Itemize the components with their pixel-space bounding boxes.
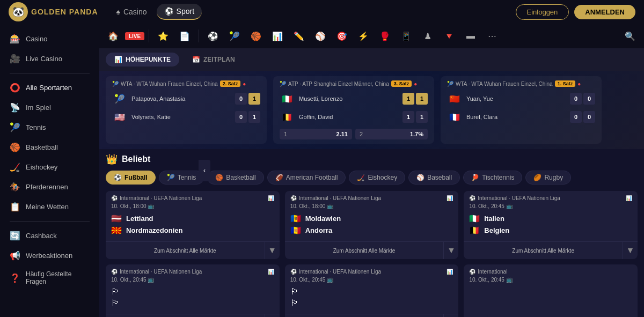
sport-nav-search[interactable]: 🔍 (620, 29, 640, 43)
filter-tischtennis[interactable]: 🏓 Tischtennis (463, 171, 522, 185)
sidebar-item-alle-sportarten[interactable]: ⭕ Alle Sportarten (0, 78, 99, 98)
tile-1-dropdown[interactable]: ▼ (265, 242, 280, 259)
sport-nav-chess[interactable]: ♟ (418, 29, 437, 43)
filter-rugby[interactable]: 🏉 Rugby (525, 171, 571, 185)
burel-scores: 0 0 (570, 111, 595, 123)
sidebar-item-live-casino[interactable]: 🎥 Live Casino (0, 49, 99, 69)
sidebar-item-basketball[interactable]: 🏀 Basketball (0, 137, 99, 157)
sport-nav-mobile[interactable]: 📱 (397, 29, 416, 43)
odds-btn-1[interactable]: 1 2.11 (280, 129, 352, 139)
popular-title-text: Beliebt (122, 154, 150, 164)
sidebar-collapse-button[interactable]: ‹ (199, 160, 210, 181)
tile-1-market-button[interactable]: Zum Abschnitt Alle Märkte (106, 244, 265, 257)
filter-tennis[interactable]: 🎾 Tennis (159, 171, 204, 185)
tile-1-time-text: 10. Okt., 18:00 (111, 203, 147, 209)
highlight-3-league: WTA · WTA Wuhan Frauen Einzel, China (456, 81, 553, 87)
sidebar-item-pferderennen[interactable]: 🏇 Pferderennen (0, 177, 99, 197)
sport-nav-soccer[interactable]: ⚽ (203, 29, 223, 43)
tile-6-time-text: 10. Okt., 20:45 (469, 277, 504, 283)
sport-nav-stats[interactable]: 📊 (268, 29, 287, 43)
wettschein-overlay: ☰ Wettschein ▲ SCHNELLWETTE (487, 314, 638, 317)
sidebar-alle-sportarten-label: Alle Sportarten (26, 84, 72, 92)
tile-5-team2: 🏳 (290, 298, 453, 308)
tile-4-league-text: International · UEFA Nationen Liga (120, 269, 202, 275)
sidebar-item-casino[interactable]: 🎰 Casino (0, 29, 99, 49)
tile-3-market-button[interactable]: Zum Abschnitt Alle Märkte (464, 244, 623, 257)
sport-nav-triangle[interactable]: 🔻 (440, 29, 459, 43)
sport-nav-boxing[interactable]: 🥊 (375, 29, 394, 43)
basketball-filter-icon: 🏀 (215, 174, 223, 181)
sidebar-item-faq[interactable]: ❓ Häufig Gestellte Fragen (0, 266, 99, 290)
player2-scores: 0 1 (235, 111, 260, 123)
highlight-match-3: 🎾 WTA · WTA Wuhan Frauen Einzel, China 1… (441, 76, 602, 144)
yuan-flag: 🇨🇳 (447, 91, 462, 106)
sport-nav-live[interactable]: LIVE (125, 32, 144, 40)
filter-basketball[interactable]: 🏀 Basketball (207, 171, 264, 185)
sport-nav-edit[interactable]: ✏️ (289, 29, 309, 43)
goffin-scores: 1 1 (402, 111, 428, 123)
match-tile-4: ⚽ International · UEFA Nationen Liga 📊 1… (106, 264, 280, 317)
sidebar-item-werbeaktionen[interactable]: 📢 Werbeaktionen (0, 246, 99, 266)
goffin-info: Goffin, David (299, 114, 333, 120)
tile-3-league-text: International · UEFA Nationen Liga (478, 195, 560, 201)
login-button[interactable]: Einloggen (516, 4, 569, 20)
tile-1-time: 10. Okt., 18:00 📺 (106, 203, 280, 211)
filter-fussball[interactable]: ⚽ Fußball (106, 171, 156, 185)
tile-2-market-button[interactable]: Zum Abschnitt Alle Märkte (285, 244, 444, 257)
player1-scores: 0 1 (235, 93, 260, 105)
eishockey-filter-icon: 🏒 (357, 174, 365, 181)
sport-nav-baseball-nav[interactable]: ⚾ (311, 29, 330, 43)
sport-nav-divider-1 (149, 30, 149, 42)
sidebar-item-cashback[interactable]: 🔄 Cashback (0, 226, 99, 246)
filter-eishockey[interactable]: 🏒 Eishockey (349, 171, 405, 185)
tile-4-team2-flag: 🏳 (111, 298, 120, 308)
tile-5-league-text: International · UEFA Nationen Liga (299, 269, 381, 275)
tile-4-team2: 🏳 (111, 298, 274, 308)
tile-1-header: ⚽ International · UEFA Nationen Liga 📊 (106, 191, 280, 203)
sport-nav-more[interactable]: ⋯ (482, 29, 502, 43)
tab-hoehepunkte[interactable]: 📊 HÖHEPUNKTE (106, 53, 179, 67)
sidebar-item-im-spiel[interactable]: 📡 Im Spiel (0, 98, 99, 117)
tile-5-dropdown[interactable]: ▼ (443, 314, 458, 317)
tile-4-dropdown[interactable]: ▼ (265, 314, 280, 317)
filter-baseball[interactable]: ⚾ Baseball (408, 171, 460, 185)
sport-nav-tennis[interactable]: 🎾 (225, 29, 244, 43)
musetti-flag: 🇮🇹 (280, 91, 295, 106)
popular-section: 👑 Beliebt ⚽ Fußball 🎾 Tennis 🏀 Basketbal… (99, 149, 644, 317)
highlight-1-players: 🎾 Patapova, Anastasia 0 1 (112, 91, 260, 106)
burel-info: Burel, Clara (466, 114, 497, 120)
tennis-filter-label: Tennis (178, 174, 196, 181)
filter-american-football[interactable]: 🏈 American Football (267, 171, 346, 185)
tile-1-team1-flag: 🇱🇻 (111, 213, 122, 224)
odds-btn-2[interactable]: 2 1.7% (355, 129, 428, 139)
sport-nav-lightning[interactable]: ⚡ (354, 29, 373, 43)
sidebar-faq-label: Häufig Gestellte Fragen (26, 270, 90, 285)
sidebar-item-meine-wetten[interactable]: 📋 Meine Wetten (0, 197, 99, 217)
nav-casino[interactable]: ♠ Casino (109, 4, 155, 19)
sport-nav-bars[interactable]: ▬ (461, 29, 480, 43)
tile-3-time-text: 10. Okt., 20:45 (469, 203, 504, 209)
sidebar-item-eishockey[interactable]: 🏒 Eishockey (0, 157, 99, 177)
sidebar-item-tennis[interactable]: 🎾 Tennis (0, 117, 99, 137)
nav-sport[interactable]: ⚽ Sport (157, 4, 202, 20)
match-tile-6: ⚽ International 10. Okt., 20:45 📺 ☰ Wett… (464, 264, 638, 317)
fussball-filter-icon: ⚽ (114, 174, 122, 181)
sport-nav-home[interactable]: 🏠 (104, 29, 123, 43)
register-button[interactable]: ANMELDEN (574, 5, 635, 19)
tile-4-team1-flag: 🏳 (111, 287, 120, 297)
tile-3-team1-name: Italien (484, 215, 504, 223)
musetti-scores: 1 1 (402, 93, 428, 105)
sport-nav-favorites[interactable]: ⭐ (153, 29, 173, 43)
atp-icon: 🎾 (280, 81, 286, 87)
tile-1-team2-name: Nordmazedonien (126, 226, 182, 234)
tile-2-dropdown[interactable]: ▼ (443, 242, 458, 259)
sport-nav-coupon[interactable]: 📄 (175, 29, 194, 43)
sport-nav-target[interactable]: 🎯 (332, 29, 352, 43)
sport-nav-basketball[interactable]: 🏀 (246, 29, 266, 43)
yuan-name: Yuan, Yue (466, 95, 493, 102)
tile-1-footer: Zum Abschnitt Alle Märkte ▼ (106, 241, 280, 259)
tab-zeitplan[interactable]: 📅 ZEITPLAN (184, 53, 244, 67)
tile-3-dropdown[interactable]: ▼ (623, 242, 638, 259)
highlight-match-2: 🎾 ATP · ATP Shanghai Einzel Männer, Chin… (273, 76, 434, 144)
tile-2-team2-name: Andorra (305, 226, 333, 234)
